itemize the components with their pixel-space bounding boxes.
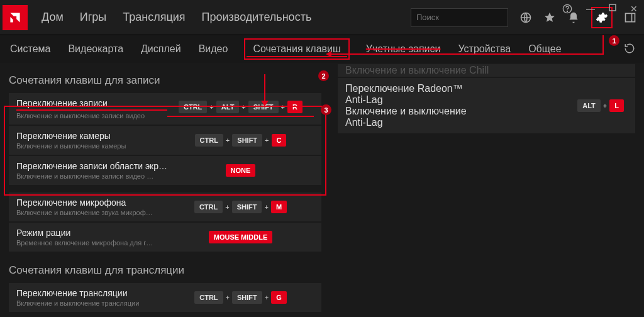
key-shift: SHIFT — [232, 134, 262, 147]
main-nav: Дом Игры Трансляция Производительность — [42, 11, 311, 24]
svg-rect-3 — [626, 13, 635, 21]
tab-system[interactable]: Система — [9, 41, 52, 57]
hotkey-ptt[interactable]: MOUSE MIDDLE — [167, 231, 314, 243]
row-title: Переключение трансляции — [16, 288, 167, 298]
key-alt: ALT — [216, 101, 240, 113]
row-recording-toggle[interactable]: Переключение записи Включение и выключен… — [9, 93, 321, 125]
tab-hotkeys[interactable]: Сочетания клавиш — [244, 38, 349, 60]
row-sub: Включение и выключение записи видео … — [16, 172, 167, 180]
tab-general[interactable]: Общее — [527, 41, 562, 57]
right-column: Включение и выключение Chill Переключени… — [330, 63, 644, 313]
search-box[interactable] — [411, 8, 508, 27]
section-streaming: Сочетания клавиш для трансляции — [0, 253, 330, 283]
row-prev-cut: Включение и выключение Chill — [338, 64, 635, 77]
svg-point-6 — [567, 11, 567, 11]
key-none: NONE — [226, 164, 256, 177]
key-letter: G — [271, 291, 287, 304]
row-sub: Включение и выключение трансляции — [16, 299, 167, 307]
key-mouse-middle: MOUSE MIDDLE — [209, 231, 273, 243]
tab-gpu[interactable]: Видеокарта — [67, 41, 125, 57]
row-camera-toggle[interactable]: Переключение камеры Включение и выключен… — [9, 126, 321, 155]
annotation-badge-3: 3 — [321, 104, 331, 115]
key-shift: SHIFT — [232, 291, 262, 304]
row-title: Переключение Radeon™ Anti-Lag — [345, 83, 485, 106]
top-bar: Дом Игры Трансляция Производительность — [0, 0, 644, 35]
hotkey-stream[interactable]: CTRL+ SHIFT+ G — [167, 291, 314, 304]
tab-display[interactable]: Дисплей — [140, 41, 182, 57]
key-ctrl: CTRL — [194, 291, 223, 304]
svg-rect-7 — [609, 4, 616, 11]
close-button[interactable]: ✕ — [630, 4, 638, 14]
hotkey-camera[interactable]: CTRL+ SHIFT+ C — [167, 134, 314, 147]
annotation-badge-1: 1 — [609, 35, 619, 46]
tab-devices[interactable]: Устройства — [457, 41, 512, 57]
content: Сочетания клавиш для записи Переключение… — [0, 63, 644, 313]
key-letter: C — [272, 134, 287, 147]
amd-logo — [3, 5, 28, 30]
section-recording: Сочетания клавиш для записи — [0, 63, 330, 93]
row-ptt[interactable]: Режим рации Временное включение микрофон… — [9, 223, 321, 252]
row-title: Переключение микрофона — [16, 197, 167, 208]
hotkey-antilag[interactable]: ALT+ L — [485, 99, 628, 112]
row-sub: Включение и выключение записи видео — [16, 112, 167, 120]
settings-tabs: Система Видеокарта Дисплей Видео Сочетан… — [0, 35, 644, 63]
row-mic-toggle[interactable]: Переключение микрофона Включение и выклю… — [9, 192, 321, 221]
minimize-button[interactable]: — — [586, 4, 595, 14]
nav-stream[interactable]: Трансляция — [123, 11, 185, 24]
hotkey-recording[interactable]: CTRL+ ALT+ SHIFT+ R — [167, 101, 314, 117]
window-controls: — ✕ — [562, 4, 638, 14]
hotkey-region[interactable]: NONE — [167, 164, 314, 177]
row-sub: Включение и выключение камеры — [16, 142, 167, 150]
annotation-arrow-2 — [264, 74, 265, 102]
tab-video[interactable]: Видео — [197, 41, 230, 57]
row-sub: Временное включение микрофона для г… — [16, 239, 167, 247]
row-antilag[interactable]: Переключение Radeon™ Anti-Lag Включение … — [338, 78, 635, 133]
maximize-button[interactable] — [609, 4, 616, 14]
key-ctrl: CTRL — [195, 134, 223, 147]
annotation-arrow-1v — [602, 35, 604, 55]
key-letter: L — [609, 99, 624, 112]
star-icon[interactable] — [543, 11, 556, 24]
left-column: Сочетания клавиш для записи Переключение… — [0, 63, 330, 313]
annotation-arrowhead-1 — [326, 51, 331, 57]
row-title: Режим рации — [16, 228, 167, 238]
annotation-badge-2: 2 — [318, 70, 329, 81]
nav-performance[interactable]: Производительность — [202, 11, 312, 24]
row-title: Переключение записи — [16, 98, 167, 111]
search-input[interactable] — [416, 13, 522, 22]
row-sub: Включение и выключение Anti-Lag — [345, 106, 485, 128]
nav-home[interactable]: Дом — [42, 11, 64, 24]
key-ctrl: CTRL — [179, 101, 207, 113]
help-icon[interactable] — [562, 4, 572, 14]
row-title: Переключение камеры — [16, 131, 167, 141]
row-title: Переключение записи области экра… — [16, 161, 167, 171]
hotkey-mic[interactable]: CTRL+ SHIFT+ M — [167, 201, 314, 213]
key-letter: M — [271, 201, 287, 213]
active-underline — [247, 56, 347, 57]
annotation-arrowhead-2 — [261, 101, 269, 106]
row-region-record[interactable]: Переключение записи области экра… Включе… — [9, 156, 321, 185]
row-stream-toggle[interactable]: Переключение трансляции Включение и выкл… — [9, 283, 321, 312]
nav-games[interactable]: Игры — [80, 11, 106, 24]
key-ctrl: CTRL — [194, 201, 223, 213]
reset-icon[interactable] — [624, 43, 635, 54]
key-alt: ALT — [577, 99, 601, 112]
tab-accounts[interactable]: Учетные записи — [365, 41, 442, 57]
globe-icon[interactable] — [519, 11, 532, 24]
row-sub: Включение и выключение Chill — [345, 65, 628, 76]
annotation-arrow-1 — [327, 53, 604, 55]
key-shift: SHIFT — [232, 201, 262, 213]
key-letter: R — [287, 101, 303, 113]
row-sub: Включение и выключение звука микроф… — [16, 209, 167, 216]
